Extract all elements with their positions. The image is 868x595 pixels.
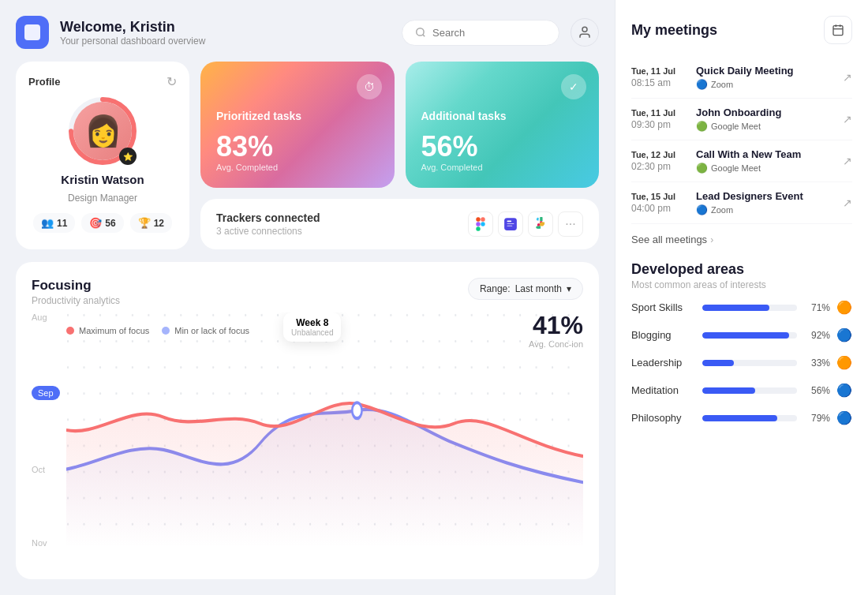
skill-philosophy: Philosophy 79% 🔵 [631, 404, 852, 432]
profile-stats: 👥 11 🎯 56 🏆 12 [33, 213, 172, 233]
greeting: Welcome, Kristin [60, 19, 391, 36]
skill-leadership: Leadership 33% 🟠 [631, 349, 852, 376]
meeting-item-2: Tue, 11 Jul 09:30 pm John Onboarding 🟢 G… [631, 99, 852, 140]
gmeet-logo-2: 🟢 [696, 121, 708, 132]
subtitle: Your personal dashboard overview [60, 36, 391, 47]
refresh-button[interactable]: ↻ [166, 74, 177, 89]
tracker-slack[interactable] [528, 211, 553, 237]
skill-bar-fill-philosophy [702, 415, 777, 421]
see-all-label: See all meetings [631, 234, 707, 245]
meetings-header: My meetings [631, 16, 852, 44]
skill-name-blogging: Blogging [631, 329, 696, 341]
meeting-date-4: Tue, 15 Jul [631, 192, 688, 201]
skill-trend-meditation: 🔵 [836, 383, 852, 398]
followers-icon: 👥 [41, 217, 54, 229]
meeting-item-4: Tue, 15 Jul 04:00 pm Lead Designers Even… [631, 182, 852, 224]
trackers-info: Trackers connected 3 active connections [216, 211, 320, 237]
trackers-icons: ··· [468, 211, 583, 237]
skill-bar-fill-blogging [702, 332, 789, 339]
skill-bar-track-philosophy [702, 415, 797, 421]
targets-icon: 🎯 [89, 217, 102, 229]
chart-label-aug: Aug [32, 312, 63, 322]
meeting-time-4: Tue, 15 Jul 04:00 pm [631, 192, 688, 214]
chart-label-oct: Oct [32, 465, 63, 474]
meeting-hour-2: 09:30 pm [631, 119, 688, 130]
profile-role: Design Manager [68, 193, 137, 204]
trackers-title: Trackers connected [216, 211, 320, 224]
skill-bar-track-sport [702, 305, 797, 311]
calendar-button[interactable] [824, 16, 852, 44]
skill-sport-skills: Sport Skills 71% 🟠 [631, 294, 852, 321]
meeting-link-3[interactable]: ↗ [843, 155, 852, 167]
meeting-info-2: John Onboarding 🟢 Google Meet [696, 107, 835, 132]
meeting-platform-2: 🟢 Google Meet [696, 121, 835, 132]
meeting-link-2[interactable]: ↗ [843, 113, 852, 125]
stat-trophies: 🏆 12 [130, 213, 172, 233]
skill-trend-sport: 🟠 [836, 300, 852, 315]
chart-svg [66, 312, 583, 548]
meeting-date-2: Tue, 11 Jul [631, 108, 688, 118]
task-cards: ⏱ Prioritized tasks 83% Avg. Completed ✓… [200, 62, 599, 249]
meeting-hour-1: 08:15 am [631, 77, 688, 88]
search-input[interactable] [432, 27, 546, 39]
meeting-time-2: Tue, 11 Jul 09:30 pm [631, 108, 688, 130]
meeting-link-1[interactable]: ↗ [843, 71, 852, 84]
skill-meditation: Meditation 56% 🔵 [631, 376, 852, 404]
tooltip-status: Unbalanced [291, 328, 333, 337]
task-cards-top: ⏱ Prioritized tasks 83% Avg. Completed ✓… [200, 62, 599, 188]
prioritized-tasks-card: ⏱ Prioritized tasks 83% Avg. Completed [200, 62, 395, 188]
additional-title: Additional tasks [421, 109, 584, 123]
search-bar[interactable] [402, 20, 559, 46]
tracker-figma[interactable] [468, 211, 493, 237]
dev-areas-subtitle: Most common areas of interests [631, 279, 852, 290]
svg-point-2 [582, 27, 587, 32]
skill-bar-track-leadership [702, 360, 797, 366]
skill-pct-sport: 71% [803, 302, 830, 313]
dev-areas-title: Developed areas [631, 261, 852, 278]
prioritized-title: Prioritized tasks [216, 109, 379, 123]
trackers-subtitle: 3 active connections [216, 226, 320, 237]
skill-bar-track-meditation [702, 387, 797, 394]
skill-blogging: Blogging 92% 🔵 [631, 321, 852, 349]
meeting-title-1: Quick Daily Meeting [696, 65, 835, 77]
svg-point-0 [417, 28, 424, 36]
chart-label-nov: Nov [32, 538, 63, 548]
meeting-hour-4: 04:00 pm [631, 203, 688, 214]
meeting-title-3: Call With a New Team [696, 148, 835, 160]
zoom-logo-4: 🔵 [696, 204, 708, 215]
zoom-logo-1: 🔵 [696, 79, 708, 90]
profile-card-header: Profile ↻ [28, 74, 177, 89]
range-button[interactable]: Range: Last month ▾ [468, 278, 583, 300]
meeting-item-1: Tue, 11 Jul 08:15 am Quick Daily Meeting… [631, 57, 852, 99]
range-label: Range: [480, 283, 511, 294]
skill-name-sport: Sport Skills [631, 301, 696, 313]
calendar-icon [832, 24, 844, 36]
profile-name: Kristin Watson [61, 173, 144, 186]
avatar-ring: 👩 ⭐ [67, 95, 138, 167]
platform-name-1: Zoom [711, 80, 733, 89]
platform-name-4: Zoom [711, 205, 733, 215]
svg-rect-6 [481, 217, 485, 221]
app-logo [16, 16, 49, 49]
avatar-badge: ⭐ [119, 148, 137, 165]
chart-area: Week 8 Unbalanced [66, 312, 583, 548]
additional-label: Avg. Completed [421, 163, 584, 172]
see-all-arrow-icon: › [710, 234, 713, 245]
user-avatar-button[interactable] [571, 18, 599, 47]
skill-name-philosophy: Philosophy [631, 412, 696, 424]
trackers-more-button[interactable]: ··· [558, 211, 583, 237]
meeting-date-3: Tue, 12 Jul [631, 150, 688, 159]
meeting-link-4[interactable]: ↗ [843, 196, 852, 209]
platform-name-3: Google Meet [711, 163, 761, 173]
search-icon [415, 27, 426, 38]
platform-name-2: Google Meet [711, 122, 761, 131]
trackers-card: Trackers connected 3 active connections [200, 199, 599, 249]
see-all-meetings[interactable]: See all meetings › [631, 234, 852, 245]
svg-rect-11 [507, 221, 512, 223]
chart-marker [352, 402, 361, 418]
meeting-info-1: Quick Daily Meeting 🔵 Zoom [696, 65, 835, 90]
svg-point-9 [481, 222, 485, 226]
focusing-heading: Focusing [32, 278, 120, 294]
svg-rect-7 [476, 222, 480, 226]
tracker-notion[interactable] [498, 211, 523, 237]
